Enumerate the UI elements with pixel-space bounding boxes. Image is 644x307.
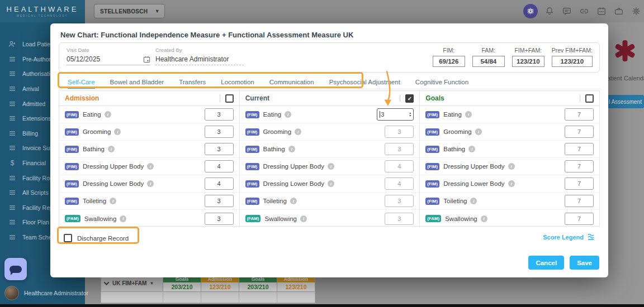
tab-locomotion[interactable]: Locomotion — [221, 75, 254, 89]
info-icon[interactable] — [465, 111, 472, 118]
row-grooming: (FIM)Grooming — [59, 123, 239, 141]
admission-eating-input[interactable] — [205, 108, 234, 121]
summary-cell-value: 123/210 — [201, 282, 239, 291]
fam-badge: (FAM) — [65, 215, 80, 222]
divider — [400, 94, 400, 102]
avatar — [4, 286, 19, 300]
score-legend-link[interactable]: Score Legend — [543, 233, 596, 242]
info-icon[interactable] — [285, 111, 291, 118]
chat-launcher-button[interactable] — [4, 258, 27, 280]
goals-dressing-upper-body-input[interactable] — [565, 160, 594, 172]
fim-badge: (FIM) — [245, 198, 259, 205]
row-dressing-upper-body: (FIM)Dressing Upper Body — [240, 158, 420, 175]
created-by-field[interactable]: Created By Healthcare Administrator — [155, 47, 244, 65]
row-label: Toileting — [83, 198, 106, 204]
info-icon[interactable] — [114, 128, 121, 135]
list-icon — [8, 189, 17, 196]
current-select-checkbox[interactable] — [405, 94, 414, 103]
assessment-tabs: Self-CareBowel and BladderTransfersLocom… — [59, 75, 600, 89]
number-spinner[interactable] — [409, 112, 411, 117]
row-label: Eating — [443, 111, 462, 118]
info-icon[interactable] — [508, 163, 515, 170]
current-eating-input[interactable]: 3 — [377, 108, 414, 121]
link-icon[interactable] — [579, 6, 590, 17]
person-plus-icon — [8, 40, 17, 48]
chat-bubble-icon — [10, 266, 22, 273]
info-icon[interactable] — [508, 180, 515, 187]
admission-swallowing-input[interactable] — [205, 213, 234, 225]
messages-icon[interactable] — [561, 6, 572, 17]
asterisk-icon — [615, 40, 635, 61]
list-icon — [8, 204, 17, 212]
save-button[interactable]: Save — [570, 256, 599, 270]
row-label: Dressing Upper Body — [83, 163, 144, 170]
goals-swallowing-input[interactable] — [565, 213, 594, 225]
calendar-icon[interactable] — [596, 6, 607, 17]
admission-dressing-upper-body-input[interactable] — [205, 160, 234, 172]
admission-grooming-input[interactable] — [205, 126, 234, 138]
assessment-button[interactable]: l Assessment — [607, 95, 644, 108]
current-dressing-lower-body-input[interactable] — [385, 178, 414, 190]
row-grooming: (FIM)Grooming — [240, 123, 420, 141]
visit-date-label: Visit Date — [67, 47, 150, 53]
score-value: 54/84 — [472, 56, 505, 67]
fim-badge: (FIM) — [65, 128, 79, 136]
goals-grooming-input[interactable] — [565, 126, 594, 138]
score-label: FIM+FAM: — [512, 47, 544, 54]
tab-cognitive-function[interactable]: Cognitive Function — [415, 75, 468, 89]
goals-dressing-lower-body-input[interactable] — [565, 178, 594, 190]
goals-select-checkbox[interactable] — [585, 94, 594, 103]
info-icon[interactable] — [481, 215, 487, 222]
current-grooming-input[interactable] — [385, 126, 414, 138]
info-icon[interactable] — [295, 128, 301, 135]
info-icon[interactable] — [300, 215, 307, 222]
row-label: Eating — [83, 111, 101, 118]
discharge-record-row[interactable]: Discharge Record — [64, 234, 129, 242]
info-icon[interactable] — [328, 163, 334, 170]
info-icon[interactable] — [328, 180, 334, 187]
settings-gear-icon[interactable] — [631, 6, 642, 17]
info-icon[interactable] — [108, 146, 115, 152]
admission-bathing-input[interactable] — [205, 143, 234, 155]
info-icon[interactable] — [468, 146, 475, 152]
discharge-record-checkbox[interactable] — [64, 234, 72, 242]
list-icon — [8, 85, 17, 93]
admission-select-checkbox[interactable] — [225, 94, 234, 103]
goals-eating-input[interactable] — [565, 108, 594, 121]
info-icon[interactable] — [110, 198, 116, 204]
info-icon[interactable] — [475, 128, 482, 135]
ai-assistant-button[interactable] — [523, 4, 538, 18]
logo-subtitle: MEDICAL TECHNOLOGY — [17, 15, 68, 17]
admission-dressing-lower-body-input[interactable] — [205, 178, 234, 190]
tab-self-care[interactable]: Self-Care — [68, 75, 95, 89]
fim-badge: (FIM) — [425, 128, 439, 136]
tab-communication[interactable]: Communication — [269, 75, 314, 89]
current-swallowing-input[interactable] — [385, 213, 414, 225]
cancel-button[interactable]: Cancel — [528, 256, 564, 270]
info-icon[interactable] — [288, 146, 295, 152]
visit-date-field[interactable]: Visit Date 05/12/2025 — [67, 47, 150, 65]
admission-toileting-input[interactable] — [205, 195, 234, 207]
goals-toileting-input[interactable] — [565, 195, 594, 207]
info-icon[interactable] — [470, 198, 477, 204]
tab-bowel-and-bladder[interactable]: Bowel and Bladder — [110, 75, 164, 89]
tab-transfers[interactable]: Transfers — [179, 75, 206, 89]
current-toileting-input[interactable] — [385, 195, 414, 207]
info-icon[interactable] — [290, 198, 297, 204]
calendar-icon[interactable] — [143, 56, 150, 63]
current-dressing-upper-body-input[interactable] — [385, 160, 414, 172]
divider — [220, 94, 220, 102]
user-menu[interactable]: Healthcare Administrator — [4, 286, 88, 300]
info-icon[interactable] — [147, 180, 154, 187]
briefcase-icon[interactable] — [613, 6, 624, 17]
goals-bathing-input[interactable] — [565, 143, 594, 155]
info-icon[interactable] — [147, 163, 154, 170]
notifications-bell-icon[interactable] — [544, 6, 555, 17]
info-icon[interactable] — [120, 215, 126, 222]
fim-badge: (FIM) — [65, 180, 79, 188]
info-icon[interactable] — [105, 111, 111, 118]
branch-selector[interactable]: STELLENBOSCH ▼ — [94, 4, 165, 18]
tab-psychosocial-adjustment[interactable]: Psychosocial Adjustment — [329, 75, 400, 89]
current-bathing-input[interactable] — [385, 143, 414, 155]
row-swallowing: (FAM)Swallowing — [59, 210, 239, 227]
